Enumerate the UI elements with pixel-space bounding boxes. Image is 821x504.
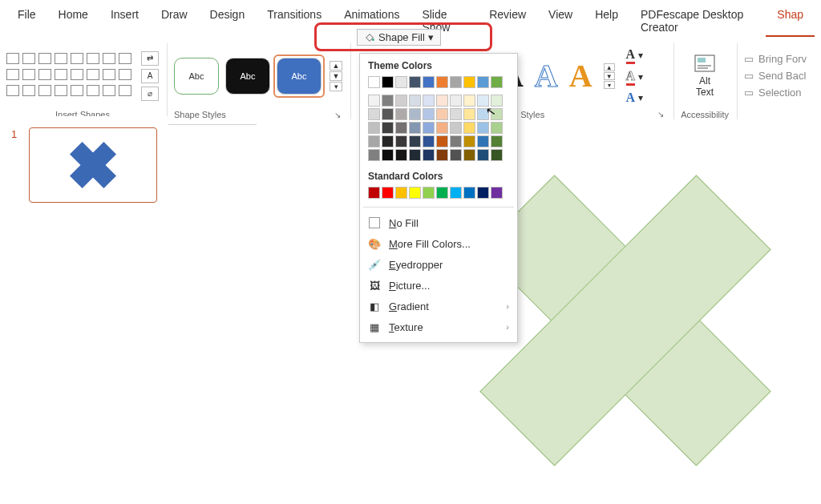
color-swatch[interactable] xyxy=(491,149,503,161)
style-gallery-more[interactable]: ▾ xyxy=(330,82,342,91)
menu-insert[interactable]: Insert xyxy=(99,5,150,37)
no-fill-item[interactable]: No Fill xyxy=(360,212,517,233)
color-swatch[interactable] xyxy=(368,135,380,147)
color-swatch[interactable] xyxy=(436,149,448,161)
menu-pdfescape[interactable]: PDFescape Desktop Creator xyxy=(629,5,766,37)
color-swatch[interactable] xyxy=(436,122,448,134)
color-swatch[interactable] xyxy=(409,149,421,161)
color-swatch[interactable] xyxy=(463,135,475,147)
menu-design[interactable]: Design xyxy=(199,5,257,37)
color-swatch[interactable] xyxy=(491,135,503,147)
color-swatch[interactable] xyxy=(423,149,435,161)
text-fill-button[interactable]: A▾ xyxy=(626,47,644,64)
color-swatch[interactable] xyxy=(463,187,475,199)
color-swatch[interactable] xyxy=(423,187,435,199)
color-swatch[interactable] xyxy=(450,76,462,88)
color-swatch[interactable] xyxy=(368,122,380,134)
color-swatch[interactable] xyxy=(409,108,421,120)
color-swatch[interactable] xyxy=(395,149,407,161)
color-swatch[interactable] xyxy=(423,135,435,147)
color-swatch[interactable] xyxy=(463,95,475,107)
wordart-gallery-up[interactable]: ▲ xyxy=(604,63,615,71)
color-swatch[interactable] xyxy=(463,122,475,134)
color-swatch[interactable] xyxy=(450,135,462,147)
texture-fill-item[interactable]: ▦ Texture › xyxy=(360,317,517,337)
color-swatch[interactable] xyxy=(368,95,380,107)
color-swatch[interactable] xyxy=(409,95,421,107)
color-swatch[interactable] xyxy=(477,135,489,147)
color-swatch[interactable] xyxy=(368,76,380,88)
menu-view[interactable]: View xyxy=(537,5,584,37)
color-swatch[interactable] xyxy=(477,187,489,199)
send-backward-button[interactable]: ▭Send Bacl xyxy=(744,70,807,82)
color-swatch[interactable] xyxy=(463,149,475,161)
color-swatch[interactable] xyxy=(491,187,503,199)
color-swatch[interactable] xyxy=(395,187,407,199)
color-swatch[interactable] xyxy=(450,122,462,134)
wordart-launcher-icon[interactable]: ↘ xyxy=(657,110,665,119)
menu-review[interactable]: Review xyxy=(478,5,537,37)
color-swatch[interactable] xyxy=(368,108,380,120)
shapes-gallery[interactable] xyxy=(6,53,133,99)
style-gallery-down[interactable]: ▼ xyxy=(330,71,342,81)
color-swatch[interactable] xyxy=(450,149,462,161)
menu-file[interactable]: File xyxy=(6,5,47,37)
color-swatch[interactable] xyxy=(382,187,394,199)
color-swatch[interactable] xyxy=(368,149,380,161)
gradient-fill-item[interactable]: ◧ Gradient › xyxy=(360,296,517,317)
color-swatch[interactable] xyxy=(450,95,462,107)
color-swatch[interactable] xyxy=(382,122,394,134)
color-swatch[interactable] xyxy=(491,122,503,134)
slide-canvas[interactable] xyxy=(257,120,821,504)
wordart-gallery-down[interactable]: ▼ xyxy=(604,72,615,80)
text-effects-button[interactable]: A▾ xyxy=(626,91,644,105)
wordart-gallery-more[interactable]: ▾ xyxy=(604,81,615,89)
color-swatch[interactable] xyxy=(395,95,407,107)
menu-shape-format[interactable]: Shap xyxy=(766,5,815,37)
bring-forward-button[interactable]: ▭Bring Forv xyxy=(744,53,807,65)
color-swatch[interactable] xyxy=(409,76,421,88)
style-gallery-up[interactable]: ▲ xyxy=(330,61,342,71)
color-swatch[interactable] xyxy=(423,95,435,107)
color-swatch[interactable] xyxy=(409,187,421,199)
slide-thumbnail-1[interactable] xyxy=(29,127,157,203)
edit-shape-button[interactable]: ⇄ xyxy=(141,51,159,66)
picture-fill-item[interactable]: 🖼 Picture... xyxy=(360,275,517,296)
color-swatch[interactable] xyxy=(463,108,475,120)
color-swatch[interactable] xyxy=(395,135,407,147)
style-preview-1[interactable]: Abc xyxy=(174,58,219,95)
color-swatch[interactable] xyxy=(382,135,394,147)
text-box-button[interactable]: A xyxy=(141,69,159,83)
color-swatch[interactable] xyxy=(382,149,394,161)
color-swatch[interactable] xyxy=(382,76,394,88)
menu-draw[interactable]: Draw xyxy=(150,5,199,37)
color-swatch[interactable] xyxy=(450,187,462,199)
color-swatch[interactable] xyxy=(409,122,421,134)
color-swatch[interactable] xyxy=(477,149,489,161)
menu-transitions[interactable]: Transitions xyxy=(256,5,333,37)
color-swatch[interactable] xyxy=(463,76,475,88)
shape-styles-launcher-icon[interactable]: ↘ xyxy=(334,111,342,119)
color-swatch[interactable] xyxy=(436,108,448,120)
selection-pane-button[interactable]: ▭Selection xyxy=(744,87,807,99)
color-swatch[interactable] xyxy=(450,108,462,120)
color-swatch[interactable] xyxy=(423,108,435,120)
color-swatch[interactable] xyxy=(382,108,394,120)
color-swatch[interactable] xyxy=(436,95,448,107)
style-preview-3[interactable]: Abc xyxy=(277,58,322,95)
text-outline-button[interactable]: A▾ xyxy=(626,69,644,86)
color-swatch[interactable] xyxy=(368,187,380,199)
merge-shapes-button[interactable]: ⌀ xyxy=(141,87,159,101)
wordart-preview-2[interactable]: A xyxy=(535,60,558,92)
color-swatch[interactable] xyxy=(436,76,448,88)
color-swatch[interactable] xyxy=(423,122,435,134)
style-preview-2[interactable]: Abc xyxy=(225,58,270,95)
color-swatch[interactable] xyxy=(423,76,435,88)
selected-shape-cross[interactable] xyxy=(489,184,762,457)
shape-fill-button[interactable]: Shape Fill ▾ xyxy=(357,29,441,46)
color-swatch[interactable] xyxy=(477,122,489,134)
color-swatch[interactable] xyxy=(395,122,407,134)
menu-home[interactable]: Home xyxy=(47,5,99,37)
color-swatch[interactable] xyxy=(395,76,407,88)
eyedropper-item[interactable]: 💉 Eyedropper xyxy=(360,254,517,275)
